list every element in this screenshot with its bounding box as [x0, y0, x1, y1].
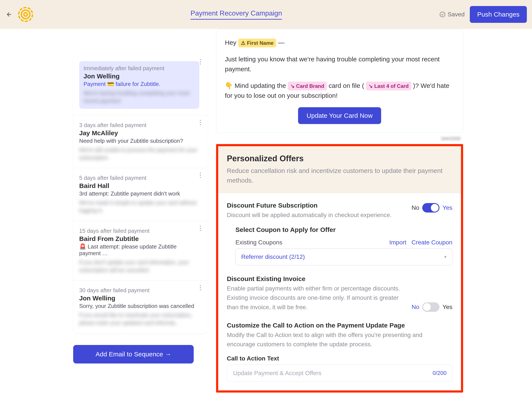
coupon-select-value: Referrer discount (2/12)	[241, 254, 305, 260]
svg-point-3	[440, 12, 445, 17]
sequence-subject: 🚨 Last attempt: please update Zubtitle p…	[79, 243, 199, 257]
coupon-select[interactable]: Referrer discount (2/12) ▾	[236, 248, 452, 265]
svg-point-1	[21, 10, 30, 19]
sequence-item-more-icon[interactable]: ⋮	[197, 121, 203, 124]
cta-section-title: Customize the Call to Action on the Paym…	[227, 322, 452, 329]
sequence-timing: 3 days after failed payment	[79, 122, 199, 128]
sequence-subject: Payment 💳 failure for Zubtitle.	[84, 81, 195, 88]
toggle-label-yes: Yes	[442, 304, 452, 311]
merge-chip-last-4[interactable]: ↘ Last 4 of Card	[366, 82, 411, 90]
sequence-item[interactable]: 3 5 days after failed payment Baird Hall…	[73, 168, 208, 221]
coupon-heading: Select Coupon to Apply for Offer	[236, 226, 452, 234]
sequence-timing: Immediately after failed payment	[84, 65, 195, 72]
discount-invoice-toggle[interactable]	[422, 302, 439, 312]
sequence-panel: 1 Immediately after failed payment Jon W…	[73, 55, 208, 363]
app-logo	[18, 7, 33, 22]
cta-text-input[interactable]	[233, 370, 433, 377]
sequence-preview-blur: If you don't update your card informatio…	[79, 258, 199, 274]
sequence-preview-blur: We're still unable to process the paymen…	[79, 146, 199, 162]
email-line2-mid: card on file (	[329, 82, 366, 89]
sequence-from: Baird From Zubtitle	[79, 235, 199, 243]
email-cta-button[interactable]: Update Your Card Now	[298, 107, 381, 124]
sequence-item-more-icon[interactable]: ⋮	[197, 60, 203, 63]
toggle-label-no: No	[412, 304, 419, 311]
email-greeting-suffix: —	[278, 39, 285, 46]
toggle-label-no: No	[412, 204, 419, 211]
sequence-item-more-icon[interactable]: ⋮	[197, 227, 203, 229]
merge-chip-card-brand[interactable]: ↘ Card Brand	[288, 82, 327, 90]
discount-future-title: Discount Future Subscription	[227, 202, 405, 209]
import-coupon-link[interactable]: Import	[389, 239, 406, 246]
sequence-preview-blur: If you would like to reactivate your sub…	[79, 311, 199, 327]
discount-future-desc: Discount will be applied automatically i…	[227, 210, 405, 220]
sequence-item[interactable]: 1 Immediately after failed payment Jon W…	[73, 55, 208, 116]
sequence-item[interactable]: 2 3 days after failed payment Jay McAlil…	[73, 116, 208, 168]
sequence-from: Jon Welling	[84, 73, 195, 80]
personalized-offers-panel: Personalized Offers Reduce cancellation …	[216, 144, 463, 392]
discount-future-section: Discount Future Subscription Discount wi…	[227, 202, 452, 265]
discount-future-toggle[interactable]	[422, 203, 439, 213]
svg-point-2	[24, 13, 27, 16]
offers-subtitle: Reduce cancellation risk and incentivize…	[227, 166, 452, 185]
chevron-down-icon: ▾	[444, 254, 446, 260]
sequence-item-more-icon[interactable]: ⋮	[197, 286, 203, 289]
saved-indicator: Saved	[439, 11, 465, 18]
sequence-from: Baird Hall	[79, 182, 199, 189]
toggle-label-yes: Yes	[442, 204, 452, 211]
email-preview-card: Hey ⚠ First Name — Just letting you know…	[216, 29, 463, 133]
discount-invoice-desc: Enable partial payments with either firm…	[227, 284, 405, 312]
existing-coupons-label: Existing Coupons	[236, 239, 282, 246]
email-paragraph: Just letting you know that we're having …	[225, 54, 454, 74]
saved-label: Saved	[448, 11, 465, 18]
sequence-from: Jon Welling	[79, 294, 199, 302]
sequence-preview-blur: We've made it simple to update your card…	[79, 199, 199, 215]
discount-invoice-title: Discount Existing Invoice	[227, 275, 405, 283]
app-header: Payment Recovery Campaign Saved Push Cha…	[0, 0, 532, 29]
discount-invoice-section: Discount Existing Invoice Enable partial…	[227, 275, 452, 312]
sequence-subject: Need help with your Zubtitle subscriptio…	[79, 137, 199, 144]
sequence-subject: Sorry, your Zubtitle subscription was ca…	[79, 303, 199, 309]
cta-char-counter: 0/200	[433, 370, 446, 376]
sequence-list: 1 Immediately after failed payment Jon W…	[73, 55, 208, 333]
back-arrow-icon[interactable]	[5, 10, 13, 18]
add-email-button[interactable]: Add Email to Sequence →	[73, 345, 194, 363]
sequence-timing: 30 days after failed payment	[79, 287, 199, 294]
cta-section-desc: Modify the Call to Action text to align …	[227, 330, 452, 349]
create-coupon-link[interactable]: Create Coupon	[411, 239, 452, 246]
sequence-item[interactable]: 5 30 days after failed payment Jon Welli…	[73, 281, 208, 333]
sequence-subject: 3rd attempt: Zubtitle payment didn't wor…	[79, 190, 199, 197]
cta-customize-section: Customize the Call to Action on the Paym…	[227, 322, 452, 382]
merge-chip-first-name[interactable]: ⚠ First Name	[238, 39, 276, 47]
push-changes-button[interactable]: Push Changes	[470, 6, 527, 23]
sequence-timing: 15 days after failed payment	[79, 228, 199, 234]
offers-title: Personalized Offers	[227, 154, 452, 163]
card-emoji-icon: 💳	[107, 81, 114, 87]
sequence-item[interactable]: 4 15 days after failed payment Baird Fro…	[73, 221, 208, 281]
campaign-title-link[interactable]: Payment Recovery Campaign	[190, 9, 282, 20]
email-greeting-prefix: Hey	[225, 39, 238, 46]
email-line2-prefix: 👇 Mind updating the	[225, 82, 288, 89]
sequence-timing: 5 days after failed payment	[79, 175, 199, 181]
sequence-preview-blur: We're having troubling completing your m…	[84, 89, 195, 105]
char-counter-blur: 184/2000	[216, 135, 463, 142]
cta-text-label: Call to Action Text	[227, 355, 452, 362]
sequence-from: Jay McAliley	[79, 129, 199, 137]
sequence-item-more-icon[interactable]: ⋮	[197, 174, 203, 176]
